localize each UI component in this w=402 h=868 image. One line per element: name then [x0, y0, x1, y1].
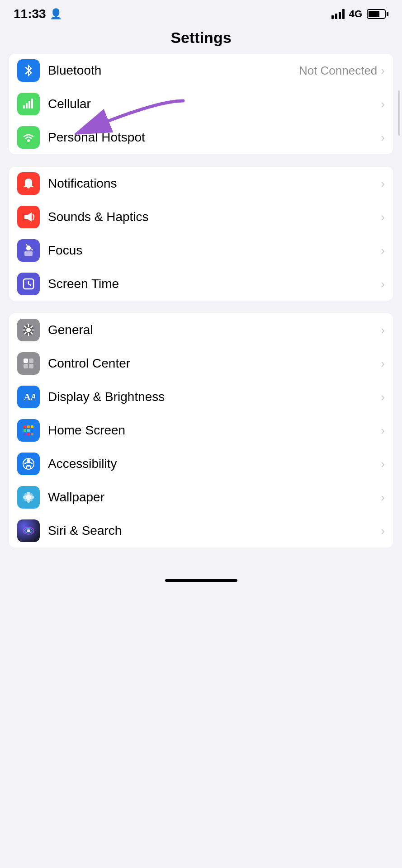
focus-icon — [17, 239, 40, 262]
svg-rect-0 — [23, 105, 25, 108]
person-icon: 👤 — [50, 8, 62, 20]
settings-item-general[interactable]: General › — [9, 313, 393, 347]
display-chevron: › — [381, 390, 385, 404]
svg-point-33 — [23, 495, 27, 499]
svg-point-32 — [27, 499, 30, 503]
page-header: Settings — [0, 24, 402, 54]
screentime-label: Screen Time — [48, 277, 381, 291]
general-chevron: › — [381, 323, 385, 337]
cellular-label: Cellular — [48, 97, 381, 111]
cellular-chevron: › — [381, 97, 385, 111]
siri-chevron: › — [381, 524, 385, 538]
battery-tip — [387, 12, 388, 16]
cellular-icon — [17, 93, 40, 115]
svg-point-37 — [24, 499, 27, 501]
alerts-group: Notifications › Sounds & Haptics › Focus… — [9, 167, 393, 301]
general-icon — [17, 319, 40, 341]
bluetooth-chevron: › — [381, 64, 385, 78]
settings-item-wallpaper[interactable]: Wallpaper › — [9, 481, 393, 514]
signal-bar-1 — [331, 15, 334, 19]
settings-item-focus[interactable]: Focus › — [9, 234, 393, 267]
svg-rect-21 — [31, 425, 33, 428]
svg-rect-16 — [24, 364, 28, 368]
status-bar: 11:33 👤 4G — [0, 0, 402, 24]
svg-point-31 — [27, 492, 30, 495]
controlcenter-icon — [17, 352, 40, 375]
svg-rect-1 — [26, 103, 28, 108]
settings-item-sounds[interactable]: Sounds & Haptics › — [9, 200, 393, 234]
settings-item-cellular[interactable]: Cellular › — [9, 87, 393, 121]
battery-fill — [369, 11, 379, 17]
svg-rect-22 — [24, 429, 26, 432]
wallpaper-label: Wallpaper — [48, 490, 381, 505]
sounds-icon — [17, 206, 40, 228]
controlcenter-chevron: › — [381, 357, 385, 371]
wallpaper-chevron: › — [381, 491, 385, 505]
screentime-chevron: › — [381, 277, 385, 291]
focus-chevron: › — [381, 244, 385, 258]
svg-rect-14 — [24, 359, 28, 363]
hotspot-chevron: › — [381, 131, 385, 145]
svg-rect-6 — [24, 215, 28, 219]
settings-item-bluetooth[interactable]: Bluetooth Not Connected › — [9, 54, 393, 87]
svg-rect-20 — [27, 425, 30, 428]
svg-rect-26 — [27, 433, 30, 435]
status-right: 4G — [331, 8, 388, 20]
svg-text:AA: AA — [24, 392, 35, 402]
svg-marker-7 — [28, 212, 32, 222]
screentime-icon — [17, 273, 40, 295]
sounds-label: Sounds & Haptics — [48, 210, 381, 224]
general-label: General — [48, 323, 381, 337]
accessibility-label: Accessibility — [48, 457, 381, 471]
homescreen-icon — [17, 419, 40, 442]
svg-rect-17 — [29, 364, 33, 368]
signal-bar-3 — [339, 12, 341, 19]
controlcenter-label: Control Center — [48, 356, 381, 371]
signal-bar-2 — [335, 14, 337, 19]
svg-rect-23 — [27, 429, 30, 432]
signal-bars — [331, 9, 345, 19]
svg-point-34 — [30, 495, 34, 499]
settings-item-accessibility[interactable]: Accessibility › — [9, 447, 393, 481]
signal-bar-4 — [342, 9, 345, 19]
focus-label: Focus — [48, 243, 381, 258]
notifications-label: Notifications — [48, 176, 381, 191]
svg-rect-24 — [31, 429, 33, 432]
hotspot-icon — [17, 126, 40, 149]
notifications-icon — [17, 172, 40, 195]
accessibility-chevron: › — [381, 457, 385, 471]
svg-rect-27 — [31, 433, 33, 435]
status-time: 11:33 👤 — [14, 7, 62, 21]
accessibility-icon — [17, 453, 40, 475]
hotspot-label: Personal Hotspot — [48, 130, 381, 145]
svg-rect-25 — [24, 433, 26, 435]
bluetooth-label: Bluetooth — [48, 63, 299, 78]
homescreen-label: Home Screen — [48, 423, 381, 438]
connectivity-group: Bluetooth Not Connected › Cellular › — [9, 54, 393, 154]
time-display: 11:33 — [14, 7, 46, 21]
svg-rect-15 — [29, 359, 33, 363]
wallpaper-icon — [17, 486, 40, 509]
page-title: Settings — [170, 29, 231, 46]
bluetooth-value: Not Connected — [299, 64, 377, 78]
svg-point-38 — [30, 499, 33, 501]
svg-line-11 — [28, 284, 31, 285]
settings-item-controlcenter[interactable]: Control Center › — [9, 347, 393, 380]
settings-item-homescreen[interactable]: Home Screen › — [9, 414, 393, 447]
display-label: Display & Brightness — [48, 390, 381, 404]
svg-rect-2 — [28, 101, 30, 108]
scrollbar[interactable] — [398, 90, 400, 136]
svg-rect-8 — [24, 251, 33, 256]
svg-point-36 — [30, 493, 33, 496]
settings-item-display[interactable]: AA Display & Brightness › — [9, 380, 393, 414]
settings-item-siri[interactable]: Siri & Search › — [9, 514, 393, 547]
svg-point-28 — [27, 459, 30, 462]
settings-item-notifications[interactable]: Notifications › — [9, 167, 393, 200]
network-type: 4G — [349, 8, 362, 20]
home-indicator-area — [0, 560, 402, 587]
settings-item-screentime[interactable]: Screen Time › — [9, 267, 393, 301]
settings-item-hotspot[interactable]: Personal Hotspot › — [9, 121, 393, 154]
system-group: General › Control Center › AA Display & … — [9, 313, 393, 547]
siri-icon — [17, 519, 40, 542]
siri-label: Siri & Search — [48, 524, 381, 538]
